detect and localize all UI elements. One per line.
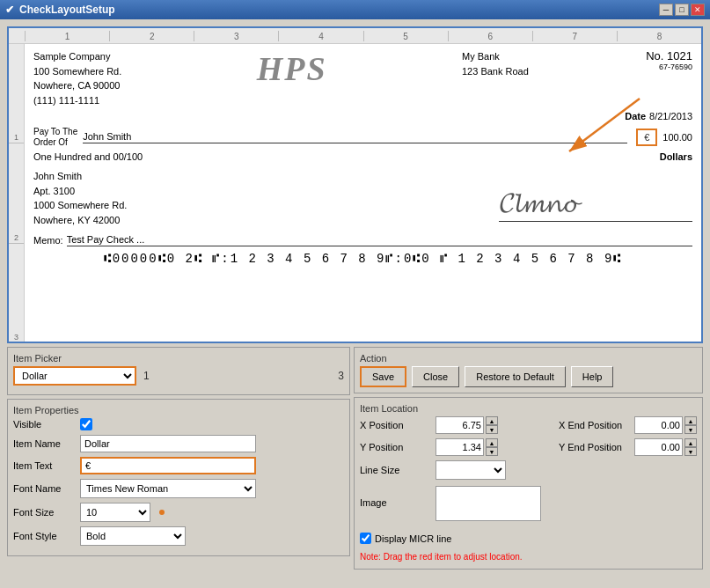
- y-position-input[interactable]: [436, 438, 484, 456]
- ruler-left: 1 2 3: [9, 44, 25, 343]
- date-value: 8/21/2013: [649, 111, 692, 121]
- pay-to-label: Pay To TheOrder Of: [33, 127, 77, 148]
- y-position-spinner: ▲ ▼: [486, 438, 498, 456]
- font-name-row: Font Name Times New Roman Arial Courier …: [13, 479, 344, 498]
- address-sig-row: John Smith Apt. 3100 1000 Somewhere Rd. …: [33, 169, 692, 227]
- close-button[interactable]: ✕: [691, 4, 705, 16]
- check-header: Sample Company 100 Somewhere Rd. Nowhere…: [33, 49, 692, 107]
- x-end-up[interactable]: ▲: [684, 416, 697, 425]
- ruler-left-3: 3: [9, 244, 24, 343]
- item-text-input[interactable]: [80, 457, 256, 474]
- maximize-button[interactable]: □: [675, 4, 689, 16]
- action-buttons: Save Close Restore to Default Help: [360, 366, 697, 387]
- payee-name: John Smith: [83, 131, 627, 143]
- ruler-mark-3: 3: [194, 31, 278, 41]
- save-button[interactable]: Save: [360, 366, 406, 387]
- x-position-input[interactable]: [436, 416, 484, 434]
- font-style-label: Font Style: [13, 531, 75, 541]
- y-end-up[interactable]: ▲: [684, 438, 697, 447]
- font-size-row: Font Size 8 9 10 11: [13, 503, 344, 522]
- close-button[interactable]: Close: [412, 366, 459, 387]
- bank-info: My Bank 123 Bank Road: [462, 49, 529, 78]
- y-position-row: Y Position ▲ ▼: [360, 438, 541, 456]
- signature: 𝓒𝓵𝓶𝓷𝓸: [499, 187, 576, 219]
- x-end-input[interactable]: [634, 416, 683, 434]
- x-position-group: ▲ ▼: [436, 416, 498, 434]
- pay-to-row: Pay To TheOrder Of John Smith € 100.00: [33, 127, 692, 148]
- ruler-left-1: 1: [9, 44, 24, 143]
- minimize-button[interactable]: ─: [659, 4, 673, 16]
- routing-no: 67-76590: [646, 62, 692, 71]
- check-number-area: No. 1021 67-76590: [646, 49, 692, 71]
- badge-3: 3: [338, 370, 344, 382]
- item-text-label: Item Text: [13, 460, 75, 471]
- item-picker-select[interactable]: Dollar Date PayTo Amount: [13, 366, 136, 386]
- item-location-section: Item Location X Position ▲ ▼: [354, 397, 703, 570]
- item-props-label: Item Properties: [13, 405, 344, 415]
- company-phone: (111) 111-1111: [33, 93, 121, 108]
- check-preview: 1 2 3 4 5 6 7 8 1 2 3 Sa: [7, 26, 703, 343]
- main-window: 1 2 3 4 5 6 7 8 1 2 3 Sa: [0, 19, 710, 588]
- x-end-group: ▲ ▼: [634, 416, 697, 434]
- ruler-top: 1 2 3 4 5 6 7 8: [9, 28, 701, 44]
- font-name-select[interactable]: Times New Roman Arial Courier New: [80, 479, 256, 498]
- x-position-label: X Position: [360, 420, 430, 430]
- ruler-mark-8: 8: [617, 31, 701, 41]
- ruler-mark-4: 4: [278, 31, 362, 41]
- visible-label: Visible: [13, 419, 75, 430]
- y-end-group: ▲ ▼: [634, 438, 697, 456]
- visible-row: Visible: [13, 418, 344, 430]
- font-size-select[interactable]: 8 9 10 11: [80, 503, 150, 522]
- company-address2: Nowhere, CA 90000: [33, 78, 121, 93]
- x-pos-down[interactable]: ▼: [486, 425, 498, 434]
- y-pos-down[interactable]: ▼: [486, 447, 498, 456]
- x-end-down[interactable]: ▼: [684, 425, 697, 434]
- memo-label: Memo:: [33, 235, 63, 246]
- ruler-mark-1: 1: [25, 31, 109, 41]
- y-end-down[interactable]: ▼: [684, 447, 697, 456]
- y-position-group: ▲ ▼: [436, 438, 498, 456]
- item-name-row: Item Name: [13, 435, 344, 452]
- image-row: Image: [360, 484, 541, 521]
- company-address1: 100 Somewhere Rd.: [33, 64, 121, 79]
- currency-symbol-box: €: [636, 129, 657, 146]
- bottom-panel: Item Picker Dollar Date PayTo Amount 1 3…: [7, 347, 703, 570]
- payee-addr3: 1000 Somewhere Rd.: [33, 198, 127, 213]
- x-pos-up[interactable]: ▲: [486, 416, 498, 425]
- font-size-label: Font Size: [13, 507, 75, 518]
- dot-marker: [159, 510, 165, 515]
- check-no-label: No.: [646, 49, 663, 62]
- badge-1: 1: [143, 370, 150, 382]
- check-no-value: 1021: [667, 49, 692, 62]
- bank-name: My Bank: [462, 49, 529, 64]
- x-end-label: X End Position: [559, 420, 629, 430]
- line-size-select[interactable]: [436, 460, 506, 480]
- date-row: Date 8/21/2013: [33, 111, 692, 121]
- y-pos-up[interactable]: ▲: [486, 438, 498, 447]
- y-end-input[interactable]: [634, 438, 683, 456]
- item-picker-label: Item Picker: [13, 353, 344, 364]
- item-picker-section: Item Picker Dollar Date PayTo Amount 1 3: [7, 347, 350, 395]
- font-style-select[interactable]: Bold Regular Italic: [80, 526, 186, 546]
- font-name-label: Font Name: [13, 483, 75, 494]
- check-no: No. 1021: [646, 49, 692, 62]
- y-end-spinner: ▲ ▼: [684, 438, 697, 456]
- ruler-mark-6: 6: [448, 31, 532, 41]
- x-position-spinner: ▲ ▼: [486, 416, 498, 434]
- right-panel: Action Save Close Restore to Default Hel…: [354, 347, 703, 570]
- restore-button[interactable]: Restore to Default: [465, 366, 566, 387]
- help-button[interactable]: Help: [571, 366, 614, 387]
- written-amount: One Hundred and 00/100: [33, 151, 143, 162]
- check-amount: 100.00: [662, 132, 692, 143]
- title-bar-text: CheckLayoutSetup: [19, 4, 115, 16]
- ruler-mark-5: 5: [363, 31, 448, 41]
- payee-addr4: Nowhere, KY 42000: [33, 213, 127, 228]
- item-location-label: Item Location: [360, 403, 697, 414]
- company-name: Sample Company: [33, 49, 121, 64]
- display-micr-checkbox[interactable]: [360, 533, 371, 544]
- item-name-input[interactable]: [80, 435, 256, 452]
- visible-checkbox[interactable]: [80, 418, 92, 430]
- payee-addr2: Apt. 3100: [33, 184, 127, 199]
- line-size-row: Line Size: [360, 460, 541, 480]
- app-icon: ✔: [5, 4, 14, 16]
